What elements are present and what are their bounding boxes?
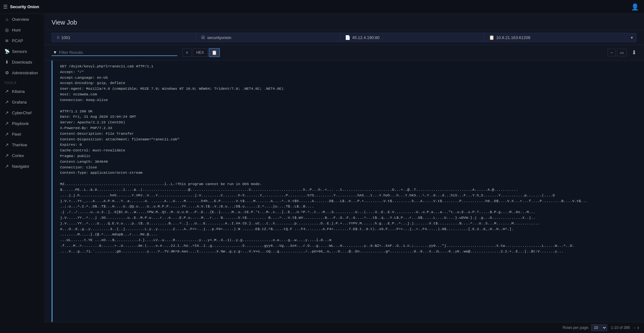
- external-link-icon: ↗: [4, 99, 9, 104]
- filter-input[interactable]: [59, 50, 169, 55]
- job-server: securityonion: [207, 35, 231, 40]
- sidebar-item-label: Administration: [12, 71, 38, 75]
- job-id: 1001: [61, 35, 70, 40]
- hex-content[interactable]: GET /dujok/kevyl.php?l=ranec11.cab HTTP/…: [52, 60, 644, 322]
- page-title: View Job: [52, 19, 636, 26]
- tools-section-label: Tools: [0, 78, 44, 86]
- sidebar-item-label: Grafana: [12, 100, 27, 104]
- sidebar-item-sensors[interactable]: 📡 Sensors: [0, 46, 44, 57]
- sidebar-item-label: Sensors: [12, 49, 27, 54]
- list-view-button[interactable]: ≡: [182, 48, 192, 57]
- zoom-fit-button[interactable]: ▭: [617, 49, 627, 56]
- zoom-controls: − ▭: [608, 49, 627, 56]
- logo: Security Onion: [10, 4, 39, 9]
- next-page-button[interactable]: ›: [637, 325, 639, 330]
- hex-view-button[interactable]: HEX: [193, 48, 208, 57]
- external-link-icon: ↗: [4, 110, 9, 115]
- sidebar-item-navigator[interactable]: ↗ Navigator: [0, 161, 44, 172]
- sidebar-item-label: Fleet: [12, 132, 21, 137]
- external-link-icon: ↗: [4, 121, 9, 126]
- sidebar-item-label: TheHive: [12, 143, 27, 147]
- rows-per-page-select[interactable]: 10 25 50 100: [591, 324, 607, 331]
- sidebar-item-thehive[interactable]: ↗ TheHive: [0, 139, 44, 150]
- sidebar-item-label: Downloads: [12, 60, 32, 65]
- rows-per-page: Rows per page: 10 25 50 100: [563, 324, 607, 331]
- external-link-icon: ↗: [4, 142, 9, 147]
- rows-per-page-label: Rows per page:: [563, 325, 589, 330]
- hunt-icon: ◎: [4, 27, 9, 32]
- nav-section-tools: ↗ Kibana ↗ Grafana ↗ CyberChef ↗ Playboo…: [0, 86, 44, 172]
- filter-input-wrap: ▼: [52, 49, 177, 56]
- external-link-icon: ↗: [4, 89, 9, 94]
- sidebar-item-label: CyberChef: [12, 110, 31, 115]
- hash-icon: #: [57, 35, 59, 40]
- sidebar-item-label: PCAP: [12, 38, 23, 43]
- download-button[interactable]: ⬇: [632, 49, 636, 56]
- sidebar-item-cortex[interactable]: ↗ Cortex: [0, 150, 44, 161]
- admin-icon: ⚙: [4, 70, 9, 75]
- content-area: GET /dujok/kevyl.php?l=ranec11.cab HTTP/…: [44, 60, 644, 322]
- user-icon[interactable]: 👤: [631, 3, 639, 11]
- sidebar-item-label: Playbook: [12, 121, 29, 126]
- zoom-out-button[interactable]: −: [608, 49, 616, 56]
- sidebar-item-label: Kibana: [12, 89, 25, 94]
- prev-page-button[interactable]: ‹: [634, 325, 635, 330]
- sensors-icon: 📡: [4, 49, 9, 54]
- sidebar-item-label: Cortex: [12, 153, 24, 158]
- sidebar-item-hunt[interactable]: ◎ Hunt: [0, 25, 44, 35]
- external-link-icon: ↗: [4, 164, 9, 169]
- home-icon: ⌂: [4, 17, 9, 22]
- topbar: 👤: [44, 0, 644, 14]
- source-ip-icon: 📄: [345, 35, 350, 40]
- sidebar-item-administration[interactable]: ⚙ Administration: [0, 67, 44, 78]
- job-dest-ip: 10.8.21.163:61208: [496, 35, 530, 40]
- job-source-ip: 45.12.4.190:80: [352, 35, 380, 40]
- job-source-ip-item: 📄 45.12.4.190:80: [340, 33, 484, 42]
- job-dest-ip-item: 📋 10.8.21.163:61208: [484, 33, 628, 42]
- sidebar-item-label: Hunt: [12, 28, 20, 32]
- job-server-item: 🏛 securityonion: [196, 33, 340, 42]
- job-id-item: # 1001: [52, 33, 196, 42]
- external-link-icon: ↗: [4, 132, 9, 137]
- sidebar-header: ☰ Security Onion: [0, 0, 44, 14]
- page-nav: ‹ ›: [634, 325, 639, 330]
- filter-bar: ▼ ≡ HEX 📋 − ▭ ⬇: [44, 45, 644, 60]
- sidebar-item-downloads[interactable]: ⬇ Downloads: [0, 57, 44, 67]
- sidebar-item-overview[interactable]: ⌂ Overview: [0, 14, 44, 25]
- job-info-expand-button[interactable]: ▾: [628, 33, 636, 42]
- sidebar-item-grafana[interactable]: ↗ Grafana: [0, 97, 44, 107]
- sidebar-item-playbook[interactable]: ↗ Playbook: [0, 118, 44, 129]
- downloads-icon: ⬇: [4, 59, 9, 65]
- bottom-bar: Rows per page: 10 25 50 100 1-10 of 386 …: [44, 322, 644, 333]
- main-content: 👤 View Job # 1001 🏛 securityonion 📄 45.1…: [44, 0, 644, 333]
- clipboard-view-button[interactable]: 📋: [209, 48, 220, 57]
- sidebar-item-label: Overview: [12, 17, 29, 22]
- sidebar-item-kibana[interactable]: ↗ Kibana: [0, 86, 44, 97]
- job-info-bar: # 1001 🏛 securityonion 📄 45.12.4.190:80 …: [44, 30, 644, 45]
- page-range-label: 1-10 of 386: [611, 325, 630, 330]
- server-icon: 🏛: [201, 35, 205, 40]
- external-link-icon: ↗: [4, 153, 9, 158]
- view-buttons: ≡ HEX 📋: [182, 48, 220, 57]
- hamburger-icon[interactable]: ☰: [3, 4, 8, 10]
- sidebar: ☰ Security Onion ⌂ Overview ◎ Hunt ≋ PCA…: [0, 0, 44, 333]
- sidebar-item-pcap[interactable]: ≋ PCAP: [0, 35, 44, 46]
- pcap-icon: ≋: [4, 38, 9, 43]
- dest-ip-icon: 📋: [489, 35, 494, 40]
- sidebar-item-cyberchef[interactable]: ↗ CyberChef: [0, 107, 44, 118]
- filter-icon: ▼: [53, 50, 57, 55]
- page-header: View Job: [44, 14, 644, 30]
- sidebar-item-label: Navigator: [12, 164, 30, 169]
- sidebar-item-fleet[interactable]: ↗ Fleet: [0, 129, 44, 139]
- nav-section-main: ⌂ Overview ◎ Hunt ≋ PCAP 📡 Sensors ⬇ Dow…: [0, 14, 44, 78]
